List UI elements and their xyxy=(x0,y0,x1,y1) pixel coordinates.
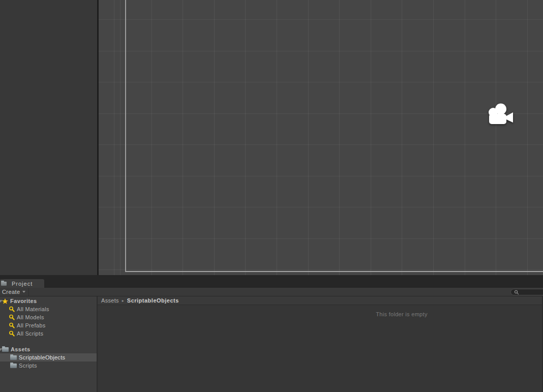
tree-item-all-materials[interactable]: All Materials xyxy=(0,305,97,313)
search-field[interactable] xyxy=(510,289,543,295)
breadcrumb-assets[interactable]: Assets xyxy=(101,297,119,304)
search-icon xyxy=(9,322,17,329)
left-empty-panel xyxy=(0,0,97,275)
project-tree-pane: ★FavoritesAll MaterialsAll ModelsAll Pre… xyxy=(0,296,97,392)
search-icon xyxy=(9,330,17,337)
create-button-label: Create xyxy=(2,289,20,295)
folder-icon xyxy=(1,282,7,286)
folder-icon xyxy=(10,364,17,368)
tree-item-all-models[interactable]: All Models xyxy=(0,313,97,321)
tree-section-assets: AssetsScriptableObjectsScripts xyxy=(0,345,97,370)
star-icon: ★ xyxy=(2,298,8,305)
chevron-down-icon xyxy=(22,291,25,293)
tree-item-label: ScriptableObjects xyxy=(19,354,65,360)
project-content-pane[interactable]: Assets ▸ ScriptableObjects This folder i… xyxy=(98,296,543,392)
tree-header-favorites[interactable]: ★Favorites xyxy=(0,297,97,305)
tree-section-favorites: ★FavoritesAll MaterialsAll ModelsAll Pre… xyxy=(0,297,97,338)
tree-item-all-scripts[interactable]: All Scripts xyxy=(0,329,97,338)
folder-icon xyxy=(10,355,17,360)
tree-item-label: All Prefabs xyxy=(17,322,46,328)
tree-item-label: All Models xyxy=(17,314,44,320)
tab-project-label: Project xyxy=(12,281,33,287)
camera-icon[interactable] xyxy=(487,102,514,125)
breadcrumb-arrow-icon: ▸ xyxy=(122,298,124,303)
unity-editor-window: Project Create ★FavoritesAll MaterialsAl… xyxy=(0,0,543,392)
tree-item-label: All Materials xyxy=(17,306,49,312)
folder-icon xyxy=(2,347,9,352)
search-icon xyxy=(9,314,17,321)
tree-header-label: Assets xyxy=(11,346,30,352)
tree-item-label: All Scripts xyxy=(17,330,43,337)
create-button[interactable]: Create xyxy=(0,288,29,296)
tree-header-label: Favorites xyxy=(10,298,37,304)
search-icon xyxy=(9,306,17,313)
tree-header-assets[interactable]: Assets xyxy=(0,345,97,353)
project-browser: ★FavoritesAll MaterialsAll ModelsAll Pre… xyxy=(0,296,543,392)
tree-item-scriptableobjects[interactable]: ScriptableObjects xyxy=(0,353,97,361)
foldout-arrow-icon[interactable] xyxy=(0,300,3,303)
search-icon xyxy=(514,290,519,295)
scene-view[interactable] xyxy=(99,0,543,275)
breadcrumb-scriptableobjects[interactable]: ScriptableObjects xyxy=(127,297,179,304)
tree-item-all-prefabs[interactable]: All Prefabs xyxy=(0,321,97,329)
canvas-outline xyxy=(125,0,543,272)
tab-project[interactable]: Project xyxy=(0,279,44,288)
breadcrumb: Assets ▸ ScriptableObjects xyxy=(98,296,542,305)
empty-folder-message: This folder is empty xyxy=(376,311,427,317)
project-toolbar: Create xyxy=(0,288,543,296)
tree-item-label: Scripts xyxy=(19,363,37,369)
tab-well: Project xyxy=(0,275,543,288)
search-input[interactable] xyxy=(522,289,543,295)
tree-item-scripts[interactable]: Scripts xyxy=(0,361,97,370)
